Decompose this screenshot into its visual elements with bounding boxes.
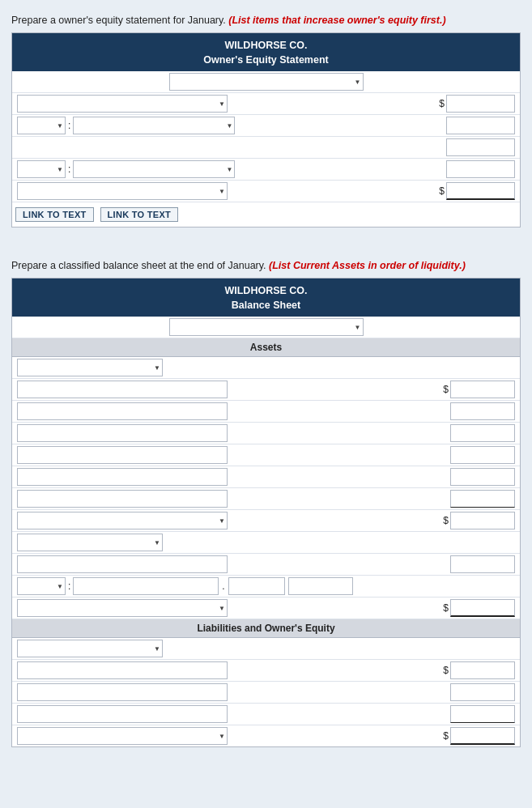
bs-liab-label-1[interactable]	[17, 661, 228, 679]
bs-liab-dollar-1: $	[443, 665, 449, 676]
bs-ppe-dropdown-wrap	[17, 534, 163, 551]
bs-ppe-small-dropdown-wrap	[17, 577, 66, 595]
bs-ppe-label-1[interactable]	[17, 555, 228, 573]
dollar-2: $	[439, 185, 445, 197]
bs-asset-row-5	[12, 466, 520, 488]
bs-ppe-amount-1[interactable]	[450, 555, 515, 573]
bs-asset-amount-5[interactable]	[450, 468, 515, 486]
equity-amount-1[interactable]	[446, 95, 515, 113]
liabilities-label: Liabilities and Owner's Equity	[197, 623, 334, 634]
bs-ppe-row-1	[12, 554, 520, 576]
balance-company: WILDHORSE CO.	[15, 284, 517, 299]
bs-dollar-3: $	[443, 602, 449, 614]
equity-dropdown-3[interactable]	[17, 182, 228, 200]
bs-liab-row-1: $	[12, 660, 520, 682]
bs-asset-amount-2[interactable]	[450, 402, 515, 420]
equity-row-5: :	[12, 159, 520, 181]
equity-dropdown-3-wrap	[17, 182, 228, 200]
equity-header: WILDHORSE CO. Owner's Equity Statement	[12, 33, 520, 71]
bs-asset-amount-3[interactable]	[450, 424, 515, 442]
bs-liab-dropdown-wrap	[17, 640, 163, 657]
equity-small-dropdown-2-wrap	[17, 160, 66, 178]
equity-dropdown-1-wrap	[169, 73, 364, 91]
bs-liab-total-row: $	[12, 725, 520, 746]
bs-dollar-2: $	[443, 515, 449, 526]
equity-instruction-italic: (List items that increase owner's equity…	[228, 15, 445, 26]
assets-header: Assets	[12, 338, 520, 357]
bs-liab-label-2[interactable]	[17, 683, 228, 701]
bs-date-row	[12, 317, 520, 338]
bs-ppe-total-dropdown[interactable]	[17, 599, 228, 617]
bs-subtotal-row-1: $	[12, 510, 520, 532]
bs-liab-amount-1[interactable]	[450, 661, 515, 679]
equity-small-dropdown-2[interactable]	[17, 160, 66, 178]
section-divider	[0, 242, 532, 253]
colon-1: :	[68, 120, 70, 131]
bs-ppe-dropdown[interactable]	[17, 534, 163, 551]
bs-date-dropdown-wrap	[169, 318, 364, 336]
bs-asset-label-3[interactable]	[17, 424, 228, 442]
bs-ppe-colon: :	[68, 580, 70, 592]
bs-liab-label-3[interactable]	[17, 705, 228, 723]
equity-amount-5[interactable]	[446, 182, 515, 200]
equity-wide-dropdown-1[interactable]	[73, 117, 235, 134]
bs-asset-row-6	[12, 488, 520, 510]
bs-asset-row-2	[12, 401, 520, 423]
bs-asset-label-4[interactable]	[17, 446, 228, 464]
bs-subtotal-amount-1[interactable]	[450, 512, 515, 529]
equity-row-1	[12, 71, 520, 93]
balance-section: Prepare a classified balance sheet at th…	[0, 253, 532, 762]
balance-instruction: Prepare a classified balance sheet at th…	[11, 260, 521, 271]
bs-liab-amount-3[interactable]	[450, 705, 515, 723]
equity-instruction: Prepare a owner's equity statement for J…	[11, 15, 521, 26]
balance-title: Balance Sheet	[15, 299, 517, 313]
equity-table: WILDHORSE CO. Owner's Equity Statement $	[11, 32, 521, 228]
bs-liab-dropdown[interactable]	[17, 640, 163, 657]
bs-liab-row-2	[12, 682, 520, 704]
equity-small-dropdown-1[interactable]	[17, 117, 66, 134]
bs-ppe-small-dropdown[interactable]	[17, 577, 66, 595]
balance-header: WILDHORSE CO. Balance Sheet	[12, 279, 520, 317]
bs-liab-dropdown-row	[12, 638, 520, 660]
bs-subtotal-dropdown-1-wrap	[17, 512, 228, 529]
bs-liab-row-3	[12, 704, 520, 725]
bs-asset-label-1[interactable]	[17, 381, 228, 398]
bs-asset-amount-6[interactable]	[450, 490, 515, 508]
bs-liab-total-dropdown[interactable]	[17, 727, 228, 745]
bs-ppe-label-colon[interactable]	[73, 577, 219, 595]
equity-row-3: :	[12, 115, 520, 137]
equity-dropdown-1[interactable]	[169, 73, 364, 91]
bs-current-assets-dropdown-wrap	[17, 359, 163, 376]
equity-amount-2[interactable]	[446, 117, 515, 134]
bs-asset-label-6[interactable]	[17, 490, 228, 508]
equity-dropdown-2-wrap	[17, 95, 228, 113]
equity-link-btn-1[interactable]: LINK TO TEXT	[15, 207, 94, 222]
bs-ppe-amount-colon-1[interactable]	[228, 577, 285, 595]
bs-asset-amount-1[interactable]	[450, 381, 515, 398]
equity-wide-dropdown-2[interactable]	[73, 160, 235, 178]
equity-dropdown-2[interactable]	[17, 95, 228, 113]
bs-liab-total-dropdown-wrap	[17, 727, 228, 745]
bs-asset-label-2[interactable]	[17, 402, 228, 420]
equity-amount-4[interactable]	[446, 160, 515, 178]
balance-instruction-text: Prepare a classified balance sheet at th…	[11, 260, 269, 271]
bs-liab-amount-2[interactable]	[450, 683, 515, 701]
bs-dollar-1: $	[443, 384, 449, 395]
bs-subtotal-dropdown-1[interactable]	[17, 512, 228, 529]
balance-table: WILDHORSE CO. Balance Sheet Assets	[11, 278, 521, 747]
bs-ppe-total-amount[interactable]	[450, 599, 515, 617]
bs-date-dropdown[interactable]	[169, 318, 364, 336]
assets-label: Assets	[250, 342, 282, 353]
equity-row-2: $	[12, 93, 520, 115]
bs-ppe-colon-row: : .	[12, 576, 520, 597]
bs-asset-amount-4[interactable]	[450, 446, 515, 464]
page: Prepare a owner's equity statement for J…	[0, 0, 532, 808]
equity-link-btn-2[interactable]: LINK TO TEXT	[100, 207, 179, 222]
bs-current-assets-dropdown[interactable]	[17, 359, 163, 376]
bs-ppe-amount-colon-2[interactable]	[288, 577, 353, 595]
bs-asset-label-5[interactable]	[17, 468, 228, 486]
equity-amount-3[interactable]	[446, 138, 515, 156]
bs-ppe-total-dropdown-wrap	[17, 599, 228, 617]
equity-title: Owner's Equity Statement	[15, 53, 517, 68]
bs-liab-total-amount[interactable]	[450, 727, 515, 745]
